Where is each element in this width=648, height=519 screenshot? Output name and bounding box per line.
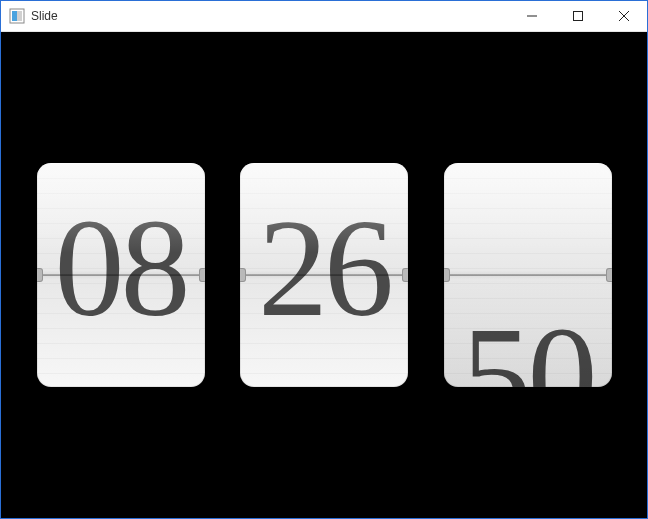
minimize-icon [527, 11, 537, 21]
minutes-card: 26 [240, 163, 408, 387]
flip-clock: 08 26 50 [1, 163, 647, 387]
window-title: Slide [31, 9, 58, 23]
seconds-value: 50 [444, 306, 612, 387]
hours-card: 08 [37, 163, 205, 387]
svg-rect-4 [574, 12, 583, 21]
hinge-right [402, 268, 408, 282]
close-button[interactable] [601, 1, 647, 31]
client-area: 08 26 50 [1, 32, 647, 518]
svg-rect-3 [527, 16, 537, 17]
svg-rect-1 [12, 11, 17, 21]
hours-value: 08 [37, 198, 205, 338]
minutes-value: 26 [240, 198, 408, 338]
seconds-card: 50 [444, 163, 612, 387]
hinge-left [37, 268, 43, 282]
hinge-right [199, 268, 205, 282]
maximize-button[interactable] [555, 1, 601, 31]
maximize-icon [573, 11, 583, 21]
minimize-button[interactable] [509, 1, 555, 31]
app-icon [9, 8, 25, 24]
hinge-right [606, 268, 612, 282]
hinge-left [444, 268, 450, 282]
titlebar[interactable]: Slide [1, 1, 647, 32]
window-frame: Slide 08 [0, 0, 648, 519]
hinge-left [240, 268, 246, 282]
close-icon [619, 11, 629, 21]
svg-rect-2 [17, 11, 22, 21]
